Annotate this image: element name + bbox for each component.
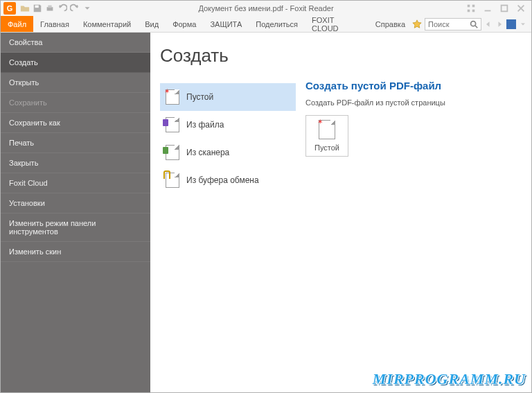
svg-rect-6 [472,10,475,12]
system-buttons [466,3,531,13]
create-option-blank[interactable]: ✶ Пустой [160,83,296,111]
redo-icon[interactable] [70,3,80,13]
sidebar-item-label: Foxit Cloud [9,179,48,187]
from-file-icon [166,117,179,132]
app-window: G Документ без имени.pdf - Foxit Reader … [0,0,532,393]
tab-protect[interactable]: ЗАЩИТА [203,16,249,32]
save-icon[interactable] [33,3,42,13]
backstage-body: Свойства Создать Открыть Сохранить Сохра… [1,33,531,392]
sidebar-item-change-skin[interactable]: Изменить скин [1,242,150,262]
tab-file[interactable]: Файл [1,16,33,32]
sidebar-item-label: Открыть [9,78,39,87]
tile-label: Пустой [314,143,339,152]
open-icon[interactable] [20,3,30,13]
sidebar-item-open[interactable]: Открыть [1,73,150,93]
search-box[interactable] [425,18,481,30]
create-options-column: Создать ✶ Пустой Из файла Из сканера [150,33,296,392]
create-option-label: Из файла [186,120,224,130]
create-option-label: Пустой [186,92,213,102]
svg-rect-2 [48,6,51,8]
sidebar-item-label: Создать [9,58,38,67]
window-title: Документ без имени.pdf - Foxit Reader [198,4,333,12]
create-option-from-file[interactable]: Из файла [160,111,296,139]
ribbon-tabs: Файл Главная Комментарий Вид Форма ЗАЩИТ… [1,16,531,33]
from-scanner-icon [166,145,179,160]
tab-share[interactable]: Поделиться [249,16,305,32]
sidebar-item-label: Изменить режим панели инструментов [9,219,96,236]
tab-label: Файл [8,20,26,28]
ribbon-right-controls [412,16,531,32]
tab-home[interactable]: Главная [33,16,76,32]
sidebar-item-label: Сохранить [9,98,47,107]
nav-back-icon[interactable] [484,20,493,28]
blank-pdf-tile[interactable]: ✶ Пустой [305,115,348,157]
tab-label: ЗАЩИТА [210,20,242,28]
search-icon[interactable] [469,19,479,29]
from-clipboard-icon [166,173,179,188]
svg-rect-7 [485,10,491,12]
user-dropdown-icon[interactable] [519,20,527,28]
sidebar-item-close[interactable]: Закрыть [1,153,150,173]
svg-rect-8 [502,6,508,12]
page-heading: Создать [160,45,296,67]
backstage-content: Создать ✶ Пустой Из файла Из сканера [150,33,531,392]
svg-point-9 [471,21,476,26]
user-account-icon[interactable] [506,19,516,29]
minimize-icon[interactable] [483,3,493,13]
svg-rect-0 [35,6,39,8]
sidebar-item-toolbar-mode[interactable]: Изменить режим панели инструментов [1,213,150,242]
qat-dropdown-icon[interactable] [82,3,92,13]
undo-icon[interactable] [57,3,67,13]
create-option-from-clipboard[interactable]: Из буфера обмена [160,166,296,194]
sidebar-item-properties[interactable]: Свойства [1,33,150,53]
sidebar-item-preferences[interactable]: Установки [1,193,150,213]
blank-page-icon: ✶ [166,89,179,105]
tab-view[interactable]: Вид [138,16,166,32]
close-icon[interactable] [516,3,526,13]
search-input[interactable] [425,20,467,28]
sidebar-item-label: Свойства [9,38,42,46]
create-option-from-scanner[interactable]: Из сканера [160,139,296,166]
create-options-list: ✶ Пустой Из файла Из сканера Из буфера о… [160,83,296,194]
backstage-sidebar: Свойства Создать Открыть Сохранить Сохра… [1,33,150,392]
sidebar-item-label: Закрыть [9,159,38,167]
sidebar-item-save-as[interactable]: Сохранить как [1,113,150,133]
tab-label: Главная [40,20,69,28]
svg-rect-5 [468,10,470,12]
sidebar-item-label: Изменить скин [9,247,61,256]
sidebar-item-save: Сохранить [1,93,150,113]
sidebar-item-print[interactable]: Печать [1,133,150,153]
sidebar-item-foxit-cloud[interactable]: Foxit Cloud [1,173,150,193]
tab-label: Комментарий [83,20,131,28]
sidebar-item-label: Установки [9,199,45,207]
tab-foxit-cloud[interactable]: FOXIT CLOUD [305,16,369,32]
create-option-label: Из буфера обмена [186,175,259,185]
tab-comment[interactable]: Комментарий [76,16,138,32]
tab-label: Форма [172,20,196,28]
create-option-label: Из сканера [186,148,229,157]
create-detail-column: Создать пустой PDF-файл Создать PDF-файл… [296,33,531,392]
quick-access-toolbar [20,3,92,13]
tab-form[interactable]: Форма [166,16,203,32]
nav-forward-icon[interactable] [495,20,504,28]
detail-description: Создать PDF-файл из пустой страницы [305,98,522,107]
app-logo: G [3,2,16,15]
detail-title: Создать пустой PDF-файл [305,80,522,91]
svg-rect-4 [472,5,475,8]
tab-help[interactable]: Справка [369,16,412,32]
maximize-icon[interactable] [499,3,509,13]
favorite-icon[interactable] [412,19,422,29]
blank-page-icon: ✶ [319,120,335,139]
tab-label: Справка [375,20,405,28]
sidebar-item-label: Печать [9,139,34,147]
ribbon-options-icon[interactable] [466,3,476,13]
print-icon[interactable] [45,3,55,13]
tab-label: Поделиться [256,20,298,28]
title-bar: G Документ без имени.pdf - Foxit Reader [1,1,531,16]
sidebar-item-create[interactable]: Создать [1,53,150,73]
tab-label: FOXIT CLOUD [312,16,362,33]
tab-label: Вид [145,20,159,28]
svg-rect-3 [468,5,470,8]
sidebar-item-label: Сохранить как [9,119,60,127]
